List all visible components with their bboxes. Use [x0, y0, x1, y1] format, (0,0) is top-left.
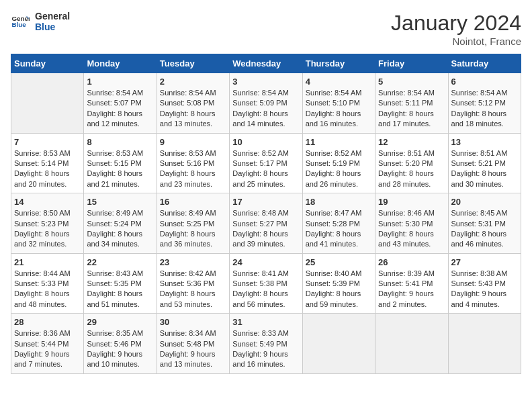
header-tuesday: Tuesday [157, 54, 229, 73]
day-info: Sunrise: 8:45 AMSunset: 5:31 PMDaylight:… [451, 208, 518, 250]
calendar-row-3: 21 Sunrise: 8:44 AMSunset: 5:33 PMDaylig… [11, 253, 521, 314]
header-friday: Friday [375, 54, 448, 73]
header-sunday: Sunday [11, 54, 84, 73]
day-info: Sunrise: 8:47 AMSunset: 5:28 PMDaylight:… [306, 208, 372, 250]
day-number: 29 [87, 317, 153, 327]
day-number: 20 [451, 197, 518, 207]
logo-icon: General Blue [11, 12, 30, 31]
day-info: Sunrise: 8:38 AMSunset: 5:43 PMDaylight:… [451, 269, 518, 310]
day-info: Sunrise: 8:39 AMSunset: 5:41 PMDaylight:… [378, 269, 445, 310]
calendar-cell-3-3: 24 Sunrise: 8:41 AMSunset: 5:38 PMDaylig… [230, 253, 302, 314]
day-info: Sunrise: 8:54 AMSunset: 5:07 PMDaylight:… [87, 88, 153, 130]
day-number: 28 [14, 317, 81, 327]
day-info: Sunrise: 8:54 AMSunset: 5:12 PMDaylight:… [451, 88, 518, 130]
day-info: Sunrise: 8:34 AMSunset: 5:48 PMDaylight:… [160, 328, 226, 370]
header-wednesday: Wednesday [230, 54, 302, 73]
calendar-cell-4-2: 30 Sunrise: 8:34 AMSunset: 5:48 PMDaylig… [157, 314, 229, 374]
day-info: Sunrise: 8:35 AMSunset: 5:46 PMDaylight:… [87, 328, 153, 370]
day-info: Sunrise: 8:51 AMSunset: 5:21 PMDaylight:… [451, 148, 518, 190]
calendar-cell-2-3: 17 Sunrise: 8:48 AMSunset: 5:27 PMDaylig… [230, 193, 302, 254]
calendar-cell-1-0: 7 Sunrise: 8:53 AMSunset: 5:14 PMDayligh… [11, 133, 84, 193]
calendar-cell-0-2: 2 Sunrise: 8:54 AMSunset: 5:08 PMDayligh… [157, 73, 229, 134]
calendar-row-4: 28 Sunrise: 8:36 AMSunset: 5:44 PMDaylig… [11, 314, 521, 374]
header-thursday: Thursday [302, 54, 375, 73]
day-number: 3 [232, 77, 299, 87]
header-row: Sunday Monday Tuesday Wednesday Thursday… [11, 54, 521, 73]
calendar-cell-4-6 [448, 314, 521, 374]
day-number: 11 [306, 137, 372, 147]
calendar-cell-4-4 [302, 314, 375, 374]
calendar-cell-2-4: 18 Sunrise: 8:47 AMSunset: 5:28 PMDaylig… [302, 193, 375, 254]
day-info: Sunrise: 8:36 AMSunset: 5:44 PMDaylight:… [14, 328, 81, 370]
day-info: Sunrise: 8:53 AMSunset: 5:15 PMDaylight:… [87, 148, 153, 190]
main-title: January 2024 [391, 11, 521, 36]
calendar-cell-0-5: 5 Sunrise: 8:54 AMSunset: 5:11 PMDayligh… [375, 73, 448, 134]
calendar-cell-0-0 [11, 73, 84, 134]
calendar-row-0: 1 Sunrise: 8:54 AMSunset: 5:07 PMDayligh… [11, 73, 521, 134]
day-number: 15 [87, 197, 153, 207]
day-number: 18 [306, 197, 372, 207]
logo: General Blue General Blue [11, 11, 70, 32]
day-info: Sunrise: 8:42 AMSunset: 5:36 PMDaylight:… [160, 269, 226, 310]
day-number: 6 [451, 77, 518, 87]
calendar-cell-2-2: 16 Sunrise: 8:49 AMSunset: 5:25 PMDaylig… [157, 193, 229, 254]
calendar-cell-2-5: 19 Sunrise: 8:46 AMSunset: 5:30 PMDaylig… [375, 193, 448, 254]
day-number: 1 [87, 77, 153, 87]
day-info: Sunrise: 8:52 AMSunset: 5:17 PMDaylight:… [232, 148, 299, 190]
day-number: 23 [160, 257, 226, 267]
calendar-cell-4-1: 29 Sunrise: 8:35 AMSunset: 5:46 PMDaylig… [84, 314, 157, 374]
day-info: Sunrise: 8:53 AMSunset: 5:16 PMDaylight:… [160, 148, 226, 190]
calendar-cell-3-0: 21 Sunrise: 8:44 AMSunset: 5:33 PMDaylig… [11, 253, 84, 314]
calendar-cell-2-6: 20 Sunrise: 8:45 AMSunset: 5:31 PMDaylig… [448, 193, 521, 254]
day-info: Sunrise: 8:48 AMSunset: 5:27 PMDaylight:… [232, 208, 299, 250]
day-number: 30 [160, 317, 226, 327]
day-info: Sunrise: 8:52 AMSunset: 5:19 PMDaylight:… [306, 148, 372, 190]
day-number: 31 [232, 317, 299, 327]
header-saturday: Saturday [448, 54, 521, 73]
calendar-row-1: 7 Sunrise: 8:53 AMSunset: 5:14 PMDayligh… [11, 133, 521, 193]
day-info: Sunrise: 8:54 AMSunset: 5:10 PMDaylight:… [306, 88, 372, 130]
header-monday: Monday [84, 54, 157, 73]
calendar-cell-1-4: 11 Sunrise: 8:52 AMSunset: 5:19 PMDaylig… [302, 133, 375, 193]
calendar-cell-3-4: 25 Sunrise: 8:40 AMSunset: 5:39 PMDaylig… [302, 253, 375, 314]
calendar-cell-0-6: 6 Sunrise: 8:54 AMSunset: 5:12 PMDayligh… [448, 73, 521, 134]
day-number: 8 [87, 137, 153, 147]
calendar-cell-3-6: 27 Sunrise: 8:38 AMSunset: 5:43 PMDaylig… [448, 253, 521, 314]
svg-text:Blue: Blue [11, 21, 26, 28]
day-info: Sunrise: 8:54 AMSunset: 5:08 PMDaylight:… [160, 88, 226, 130]
calendar-header: Sunday Monday Tuesday Wednesday Thursday… [11, 54, 521, 73]
day-info: Sunrise: 8:50 AMSunset: 5:23 PMDaylight:… [14, 208, 81, 250]
day-number: 12 [378, 137, 445, 147]
calendar-cell-1-2: 9 Sunrise: 8:53 AMSunset: 5:16 PMDayligh… [157, 133, 229, 193]
calendar-cell-2-1: 15 Sunrise: 8:49 AMSunset: 5:24 PMDaylig… [84, 193, 157, 254]
calendar-cell-1-5: 12 Sunrise: 8:51 AMSunset: 5:20 PMDaylig… [375, 133, 448, 193]
calendar-cell-4-0: 28 Sunrise: 8:36 AMSunset: 5:44 PMDaylig… [11, 314, 84, 374]
day-info: Sunrise: 8:40 AMSunset: 5:39 PMDaylight:… [306, 269, 372, 310]
day-number: 22 [87, 257, 153, 267]
calendar-cell-3-2: 23 Sunrise: 8:42 AMSunset: 5:36 PMDaylig… [157, 253, 229, 314]
day-number: 13 [451, 137, 518, 147]
day-number: 16 [160, 197, 226, 207]
subtitle: Nointot, France [391, 36, 521, 47]
day-info: Sunrise: 8:53 AMSunset: 5:14 PMDaylight:… [14, 148, 81, 190]
calendar-table: Sunday Monday Tuesday Wednesday Thursday… [11, 54, 521, 374]
calendar-cell-3-5: 26 Sunrise: 8:39 AMSunset: 5:41 PMDaylig… [375, 253, 448, 314]
calendar-cell-1-3: 10 Sunrise: 8:52 AMSunset: 5:17 PMDaylig… [230, 133, 302, 193]
day-number: 9 [160, 137, 226, 147]
day-info: Sunrise: 8:51 AMSunset: 5:20 PMDaylight:… [378, 148, 445, 190]
day-number: 26 [378, 257, 445, 267]
calendar-cell-3-1: 22 Sunrise: 8:43 AMSunset: 5:35 PMDaylig… [84, 253, 157, 314]
calendar-row-2: 14 Sunrise: 8:50 AMSunset: 5:23 PMDaylig… [11, 193, 521, 254]
calendar-cell-1-1: 8 Sunrise: 8:53 AMSunset: 5:15 PMDayligh… [84, 133, 157, 193]
page-header: General Blue General Blue January 2024 N… [11, 11, 521, 47]
calendar-cell-0-3: 3 Sunrise: 8:54 AMSunset: 5:09 PMDayligh… [230, 73, 302, 134]
day-number: 27 [451, 257, 518, 267]
day-number: 24 [232, 257, 299, 267]
day-number: 17 [232, 197, 299, 207]
day-info: Sunrise: 8:46 AMSunset: 5:30 PMDaylight:… [378, 208, 445, 250]
day-number: 10 [232, 137, 299, 147]
calendar-cell-0-4: 4 Sunrise: 8:54 AMSunset: 5:10 PMDayligh… [302, 73, 375, 134]
day-number: 2 [160, 77, 226, 87]
day-info: Sunrise: 8:49 AMSunset: 5:25 PMDaylight:… [160, 208, 226, 250]
day-number: 7 [14, 137, 81, 147]
